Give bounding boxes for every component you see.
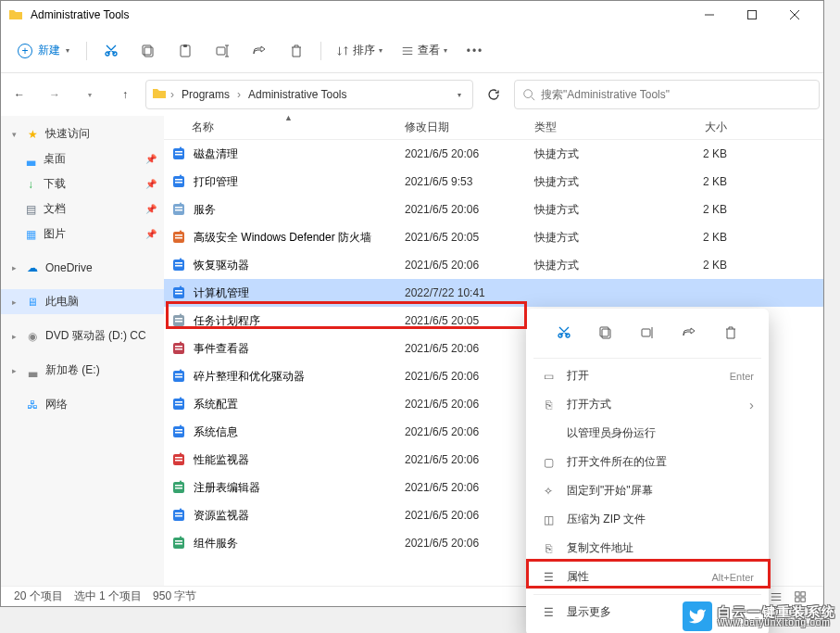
maximize-button[interactable] bbox=[731, 1, 773, 29]
svg-rect-51 bbox=[175, 485, 182, 487]
pin-icon: 📌 bbox=[145, 204, 157, 214]
view-button[interactable]: 查看 ▾ bbox=[394, 37, 455, 65]
svg-rect-36 bbox=[175, 346, 182, 348]
search-box[interactable] bbox=[514, 80, 820, 109]
rename-icon[interactable] bbox=[634, 320, 660, 346]
sidebar-item-pictures[interactable]: ▦ 图片 📌 bbox=[1, 222, 164, 247]
copy-icon[interactable] bbox=[593, 320, 619, 346]
more-button[interactable]: ••• bbox=[458, 37, 492, 65]
file-size: 2 KB bbox=[664, 231, 738, 244]
svg-rect-28 bbox=[175, 265, 182, 267]
delete-icon[interactable] bbox=[280, 37, 313, 65]
menu-pin-start[interactable]: ✧ 固定到"开始"屏幕 bbox=[526, 476, 769, 505]
rename-icon[interactable] bbox=[206, 37, 239, 65]
sidebar-item-label: 文档 bbox=[44, 201, 140, 217]
watermark-logo-icon bbox=[683, 601, 712, 631]
menu-shortcut: Enter bbox=[730, 371, 754, 382]
menu-open-with[interactable]: ⎘ 打开方式 bbox=[526, 390, 769, 419]
more-icon: ☰ bbox=[541, 606, 556, 619]
file-row[interactable]: 打印管理2021/6/5 9:53快捷方式2 KB bbox=[164, 168, 823, 196]
watermark-url: www.baiyunxitong.com bbox=[718, 618, 836, 627]
sidebar-item-network[interactable]: 🖧 网络 bbox=[1, 392, 164, 417]
sidebar-item-this-pc[interactable]: ▸ 🖥 此电脑 bbox=[1, 289, 164, 314]
sidebar-item-drive-e[interactable]: ▸ ▃ 新加卷 (E:) bbox=[1, 358, 164, 383]
file-size: 2 KB bbox=[664, 175, 738, 188]
sidebar-item-quick-access[interactable]: ▾ ★ 快速访问 bbox=[1, 121, 164, 146]
sidebar-item-onedrive[interactable]: ▸ ☁ OneDrive bbox=[1, 256, 164, 280]
search-input[interactable] bbox=[541, 88, 811, 101]
expand-icon: ▸ bbox=[8, 263, 19, 272]
copy-icon[interactable] bbox=[132, 37, 165, 65]
column-size-header[interactable]: 大小 bbox=[664, 120, 738, 135]
share-icon[interactable] bbox=[243, 37, 276, 65]
breadcrumb-dropdown-button[interactable]: ▾ bbox=[452, 89, 467, 101]
svg-rect-22 bbox=[175, 209, 182, 211]
file-icon bbox=[171, 313, 186, 328]
file-row[interactable]: 恢复驱动器2021/6/5 20:06快捷方式2 KB bbox=[164, 251, 823, 279]
column-type-header[interactable]: 类型 bbox=[534, 120, 664, 135]
sort-icon bbox=[336, 44, 349, 57]
sidebar-item-desktop[interactable]: ▃ 桌面 📌 bbox=[1, 146, 164, 171]
sort-button[interactable]: 排序 ▾ bbox=[329, 37, 390, 65]
svg-rect-59 bbox=[796, 591, 799, 595]
file-row[interactable]: 计算机管理2022/7/22 10:41 bbox=[164, 279, 823, 307]
recent-button[interactable]: ▾ bbox=[75, 80, 105, 109]
menu-copy-path[interactable]: ⎘ 复制文件地址 bbox=[526, 534, 769, 563]
file-row[interactable]: 高级安全 Windows Defender 防火墙2021/6/5 20:05快… bbox=[164, 223, 823, 251]
close-button[interactable] bbox=[773, 1, 816, 29]
pin-icon: 📌 bbox=[145, 179, 157, 189]
menu-open-location[interactable]: ▢ 打开文件所在的位置 bbox=[526, 448, 769, 476]
view-icon bbox=[401, 44, 414, 57]
sidebar-item-label: 网络 bbox=[45, 397, 157, 412]
expand-icon: ▸ bbox=[8, 366, 19, 375]
share-icon[interactable] bbox=[676, 320, 702, 346]
svg-rect-40 bbox=[175, 376, 182, 378]
delete-icon[interactable] bbox=[718, 320, 744, 346]
svg-rect-55 bbox=[175, 515, 182, 517]
sidebar-item-documents[interactable]: ▤ 文档 📌 bbox=[1, 196, 164, 222]
sidebar-item-dvd[interactable]: ▸ ◉ DVD 驱动器 (D:) CC bbox=[1, 323, 164, 348]
svg-rect-42 bbox=[175, 401, 182, 403]
file-size: 2 KB bbox=[664, 259, 738, 272]
new-button[interactable]: + 新建 ▾ bbox=[8, 37, 79, 65]
forward-button[interactable]: → bbox=[40, 80, 69, 109]
cut-icon[interactable] bbox=[94, 37, 128, 65]
file-modified: 2021/6/5 20:06 bbox=[405, 398, 534, 411]
paste-icon[interactable] bbox=[169, 37, 202, 65]
context-menu: ▭ 打开 Enter ⎘ 打开方式 以管理员身份运行 ▢ 打开文件所在的位置 ✧… bbox=[526, 309, 769, 633]
file-row[interactable]: 磁盘清理2021/6/5 20:06快捷方式2 KB bbox=[164, 140, 823, 168]
sort-ascending-icon: ▲ bbox=[284, 113, 293, 122]
cut-icon[interactable] bbox=[551, 320, 577, 346]
file-icon bbox=[171, 341, 186, 356]
menu-open[interactable]: ▭ 打开 Enter bbox=[526, 361, 769, 390]
file-modified: 2021/6/5 20:06 bbox=[405, 425, 534, 438]
file-icon bbox=[171, 536, 186, 551]
breadcrumb[interactable]: › Programs › Administrative Tools ▾ bbox=[145, 80, 473, 109]
minimize-button[interactable] bbox=[688, 1, 731, 29]
chevron-down-icon: ▾ bbox=[66, 46, 69, 55]
svg-rect-45 bbox=[175, 429, 182, 431]
file-modified: 2021/6/5 20:06 bbox=[405, 370, 534, 383]
file-icon bbox=[171, 369, 186, 384]
breadcrumb-part[interactable]: Administrative Tools bbox=[244, 86, 351, 103]
pc-icon: 🖥 bbox=[25, 295, 40, 310]
sidebar-item-downloads[interactable]: ↓ 下载 📌 bbox=[1, 171, 164, 196]
column-modified-header[interactable]: 修改日期 bbox=[405, 120, 534, 135]
menu-compress-zip[interactable]: ◫ 压缩为 ZIP 文件 bbox=[526, 505, 769, 534]
chevron-down-icon: ▾ bbox=[379, 46, 382, 55]
column-name-header[interactable]: ▲名称 bbox=[164, 120, 405, 135]
refresh-button[interactable] bbox=[479, 80, 508, 109]
file-row[interactable]: 服务2021/6/5 20:06快捷方式2 KB bbox=[164, 196, 823, 223]
svg-rect-25 bbox=[175, 237, 182, 239]
file-name: 事件查看器 bbox=[194, 341, 249, 357]
menu-properties[interactable]: ☰ 属性 Alt+Enter bbox=[526, 563, 769, 591]
file-name: 恢复驱动器 bbox=[194, 258, 249, 273]
file-icon bbox=[171, 424, 186, 439]
menu-run-admin[interactable]: 以管理员身份运行 bbox=[526, 419, 769, 448]
breadcrumb-part[interactable]: Programs bbox=[178, 86, 233, 103]
up-button[interactable]: ↑ bbox=[110, 80, 140, 109]
back-button[interactable]: ← bbox=[5, 80, 34, 109]
toolbar: + 新建 ▾ 排序 ▾ 查看 ▾ ••• bbox=[1, 29, 823, 73]
svg-rect-19 bbox=[175, 182, 182, 184]
file-type: 快捷方式 bbox=[534, 258, 664, 273]
